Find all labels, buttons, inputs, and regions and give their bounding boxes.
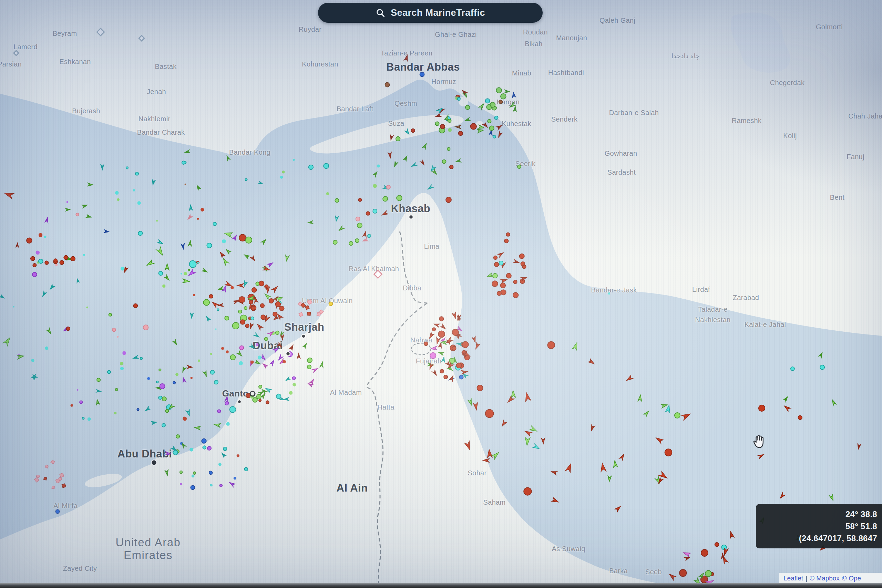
vessel-marker[interactable] <box>533 444 540 450</box>
vessel-marker[interactable] <box>266 400 269 404</box>
vessel-marker[interactable] <box>162 285 165 288</box>
vessel-marker[interactable] <box>468 399 473 405</box>
vessel-marker[interactable] <box>34 477 39 482</box>
vessel-marker[interactable] <box>373 209 377 213</box>
vessel-marker[interactable] <box>465 105 470 110</box>
vessel-marker[interactable] <box>272 285 279 292</box>
vessel-marker[interactable] <box>60 473 64 477</box>
vessel-marker[interactable] <box>66 201 68 203</box>
vessel-marker[interactable] <box>665 405 671 413</box>
vessel-marker[interactable] <box>147 377 150 380</box>
vessel-marker[interactable] <box>70 404 73 406</box>
vessel-marker[interactable] <box>310 379 315 384</box>
vessel-marker[interactable] <box>77 389 78 391</box>
vessel-marker[interactable] <box>278 344 281 346</box>
vessel-marker[interactable] <box>206 316 210 321</box>
vessel-marker[interactable] <box>225 402 228 405</box>
vessel-marker[interactable] <box>70 256 75 261</box>
vessel-marker[interactable] <box>356 217 360 221</box>
vessel-marker[interactable] <box>432 170 437 175</box>
vessel-marker[interactable] <box>45 346 48 350</box>
vessel-marker[interactable] <box>285 256 289 261</box>
vessel-marker[interactable] <box>262 239 267 243</box>
vessel-marker[interactable] <box>489 126 494 130</box>
vessel-marker[interactable] <box>1 296 4 298</box>
vessel-marker[interactable] <box>186 151 189 153</box>
vessel-marker[interactable] <box>244 254 249 258</box>
vessel-marker[interactable] <box>269 298 273 303</box>
vessel-marker[interactable] <box>290 345 294 350</box>
vessel-marker[interactable] <box>186 410 191 416</box>
vessel-marker[interactable] <box>504 239 508 243</box>
vessel-marker[interactable] <box>115 191 118 195</box>
vessel-marker[interactable] <box>180 273 182 274</box>
vessel-marker[interactable] <box>452 329 459 336</box>
vessel-marker[interactable] <box>474 343 480 350</box>
vessel-marker[interactable] <box>198 359 200 362</box>
vessel-marker[interactable] <box>77 279 78 281</box>
vessel-marker[interactable] <box>644 410 650 416</box>
vessel-marker[interactable] <box>234 300 238 303</box>
vessel-marker[interactable] <box>357 223 362 228</box>
vessel-marker[interactable] <box>435 337 440 345</box>
vessel-marker[interactable] <box>456 160 460 162</box>
vessel-marker[interactable] <box>184 272 187 276</box>
vessel-marker[interactable] <box>246 237 252 243</box>
vessel-marker[interactable] <box>279 306 284 311</box>
vessel-marker[interactable] <box>293 159 295 161</box>
vessel-marker[interactable] <box>237 454 240 457</box>
vessel-marker[interactable] <box>798 416 802 420</box>
vessel-marker[interactable] <box>316 312 321 316</box>
vessel-marker[interactable] <box>261 315 266 320</box>
vessel-marker[interactable] <box>176 373 178 376</box>
vessel-marker[interactable] <box>105 231 108 232</box>
vessel-marker[interactable] <box>501 283 506 288</box>
vessel-marker[interactable] <box>221 347 224 350</box>
vessel-marker[interactable] <box>189 205 192 210</box>
vessel-marker[interactable] <box>524 437 530 446</box>
vessel-marker[interactable] <box>222 239 226 243</box>
vessel-marker[interactable] <box>229 481 235 487</box>
vessel-marker[interactable] <box>551 470 556 474</box>
vessel-marker[interactable] <box>324 163 328 168</box>
vessel-marker[interactable] <box>299 312 303 317</box>
vessel-marker[interactable] <box>438 331 445 337</box>
vessel-marker[interactable] <box>109 313 112 316</box>
vessel-marker[interactable] <box>494 116 498 120</box>
vessel-marker[interactable] <box>276 331 279 335</box>
vessel-marker[interactable] <box>333 240 337 244</box>
vessel-marker[interactable] <box>190 314 193 318</box>
vessel-marker[interactable] <box>44 477 47 480</box>
vessel-marker[interactable] <box>146 408 149 411</box>
vessel-marker[interactable] <box>188 366 192 369</box>
vessel-marker[interactable] <box>225 249 231 254</box>
vessel-marker[interactable] <box>76 213 78 216</box>
vessel-marker[interactable] <box>478 125 484 130</box>
vessel-marker[interactable] <box>308 312 311 315</box>
vessel-marker[interactable] <box>470 123 477 129</box>
vessel-marker[interactable] <box>189 241 192 246</box>
vessel-marker[interactable] <box>101 166 104 169</box>
vessel-marker[interactable] <box>184 184 186 185</box>
vessel-marker[interactable] <box>440 369 444 373</box>
vessel-marker[interactable] <box>218 463 222 466</box>
vessel-marker[interactable] <box>210 353 212 355</box>
vessel-marker[interactable] <box>501 421 507 427</box>
vessel-marker[interactable] <box>701 549 708 556</box>
osm-link[interactable]: © Ope <box>842 574 861 582</box>
vessel-marker[interactable] <box>112 328 116 332</box>
vessel-marker[interactable] <box>188 269 190 271</box>
vessel-marker[interactable] <box>45 218 48 222</box>
vessel-marker[interactable] <box>449 358 455 364</box>
vessel-marker[interactable] <box>442 358 445 362</box>
vessel-marker[interactable] <box>312 367 318 372</box>
vessel-marker[interactable] <box>434 323 439 327</box>
vessel-marker[interactable] <box>326 192 329 195</box>
vessel-marker[interactable] <box>66 327 70 331</box>
vessel-marker[interactable] <box>251 306 255 310</box>
vessel-marker[interactable] <box>411 129 415 133</box>
vessel-marker[interactable] <box>45 261 48 264</box>
vessel-marker[interactable] <box>230 355 236 360</box>
vessel-marker[interactable] <box>428 332 434 339</box>
vessel-marker[interactable] <box>64 256 68 260</box>
